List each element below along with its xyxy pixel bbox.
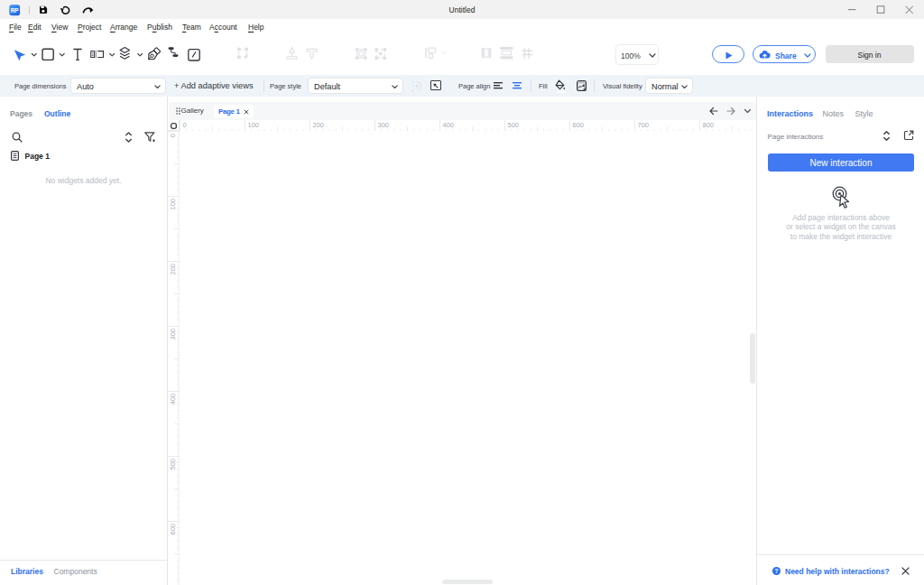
svg-text:600: 600 [169,524,177,535]
svg-text:200: 200 [169,264,177,275]
svg-text:?: ? [775,568,779,574]
svg-text:500: 500 [169,459,177,470]
svg-text:100: 100 [169,199,177,210]
svg-text:300: 300 [169,329,177,340]
svg-text:0: 0 [169,134,177,137]
svg-text:400: 400 [169,394,177,405]
